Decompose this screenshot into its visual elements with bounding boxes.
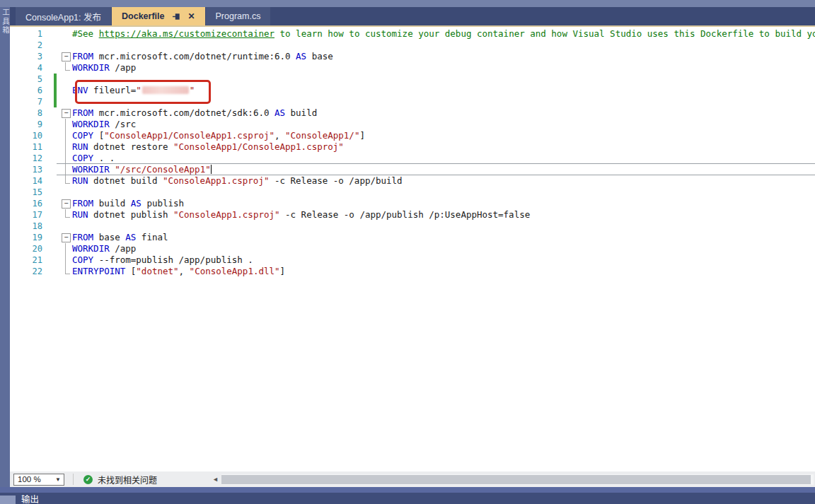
fold-collapse-icon[interactable]: − <box>62 52 71 61</box>
tab-programcs[interactable]: Program.cs <box>206 7 271 25</box>
code-line[interactable]: 16−FROM build AS publish <box>10 198 815 209</box>
line-number: 19 <box>10 232 52 243</box>
fold-margin <box>61 40 72 51</box>
fold-guide-end <box>65 266 70 274</box>
zoom-level-select[interactable]: 100 % ▼ <box>13 474 64 486</box>
code-line[interactable]: 6ENV fileurl="" <box>10 85 815 96</box>
fold-margin <box>61 164 72 175</box>
change-margin <box>54 198 57 209</box>
pin-icon[interactable] <box>173 13 180 20</box>
change-margin <box>54 107 57 119</box>
fold-guide-end <box>65 209 70 218</box>
change-margin <box>54 187 57 198</box>
change-margin <box>54 175 57 187</box>
code-line[interactable]: 9WORKDIR /src <box>10 119 815 130</box>
change-indicator <box>54 74 57 85</box>
line-number: 15 <box>10 187 52 198</box>
change-margin <box>54 119 57 130</box>
code-line[interactable]: 10COPY ["ConsoleApp1/ConsoleApp1.csproj"… <box>10 130 815 141</box>
code-text: COPY --from=publish /app/publish . <box>72 254 815 266</box>
change-indicator <box>54 96 57 107</box>
code-line[interactable]: 3−FROM mcr.microsoft.com/dotnet/runtime:… <box>10 51 815 62</box>
fold-collapse-icon[interactable]: − <box>62 233 71 242</box>
change-margin <box>54 62 57 74</box>
fold-margin <box>61 266 72 277</box>
line-number: 22 <box>10 266 52 277</box>
fold-guide-line <box>65 164 66 175</box>
fold-collapse-icon[interactable]: − <box>62 199 71 209</box>
scrollbar-left-arrow-icon[interactable]: ◄ <box>212 476 219 483</box>
code-text: COPY ["ConsoleApp1/ConsoleApp1.csproj", … <box>72 130 815 141</box>
fold-collapse-icon[interactable]: − <box>62 109 71 118</box>
code-text: COPY . . <box>72 153 815 164</box>
change-indicator <box>54 85 57 96</box>
change-margin <box>54 28 57 40</box>
code-line[interactable]: 5 <box>10 74 815 85</box>
editor-status-bar: 100 % ▼ ✓ 未找到相关问题 ◄ <box>10 471 815 487</box>
line-number: 8 <box>10 107 52 119</box>
close-icon[interactable]: ✕ <box>187 11 195 21</box>
tab-label: ConsoleApp1: 发布 <box>25 10 101 23</box>
code-line[interactable]: 19−FROM base AS final <box>10 232 815 243</box>
line-number: 12 <box>10 153 52 164</box>
output-panel-header[interactable]: 输出 <box>0 493 815 504</box>
fold-margin: − <box>61 51 72 62</box>
change-margin <box>54 130 57 141</box>
code-line[interactable]: 4WORKDIR /app <box>10 62 815 74</box>
fold-guide-end <box>65 62 70 71</box>
window-gap-strip <box>0 487 815 493</box>
line-number: 6 <box>10 85 52 96</box>
code-line[interactable]: 13WORKDIR "/src/ConsoleApp1" <box>10 164 815 175</box>
scrollbar-thumb[interactable] <box>221 475 811 484</box>
zoom-level-value: 100 % <box>14 475 55 484</box>
document-tab-bar: ConsoleApp1: 发布 Dockerfile ✕ Program.cs <box>10 7 815 25</box>
code-text: FROM build AS publish <box>72 198 815 209</box>
code-text <box>72 187 815 198</box>
code-text: ENTRYPOINT ["dotnet", "ConsoleApp1.dll"] <box>72 266 815 277</box>
fold-margin <box>61 209 72 221</box>
horizontal-scrollbar[interactable] <box>221 474 814 485</box>
fold-margin <box>61 85 72 96</box>
line-number: 13 <box>10 164 52 175</box>
line-number: 20 <box>10 243 52 254</box>
code-text <box>72 40 815 51</box>
code-line[interactable]: 17RUN dotnet publish "ConsoleApp1.csproj… <box>10 209 815 221</box>
code-line[interactable]: 2 <box>10 40 815 51</box>
tab-consoleapp-publish[interactable]: ConsoleApp1: 发布 <box>16 7 111 25</box>
code-line[interactable]: 21COPY --from=publish /app/publish . <box>10 254 815 266</box>
change-margin <box>54 51 57 62</box>
code-line[interactable]: 1#See https://aka.ms/customizecontainer … <box>10 28 815 40</box>
tab-label: Dockerfile <box>122 11 164 21</box>
line-number: 5 <box>10 74 52 85</box>
code-line[interactable]: 15 <box>10 187 815 198</box>
chevron-down-icon: ▼ <box>55 476 64 483</box>
line-number: 11 <box>10 141 52 153</box>
fold-guide-line <box>65 119 66 130</box>
code-line[interactable]: 12COPY . . <box>10 153 815 164</box>
code-text: WORKDIR /app <box>72 62 815 74</box>
fold-margin <box>61 62 72 74</box>
code-text: WORKDIR /src <box>72 119 815 130</box>
code-line[interactable]: 7 <box>10 96 815 107</box>
line-number: 17 <box>10 209 52 221</box>
tab-dockerfile[interactable]: Dockerfile ✕ <box>112 7 205 25</box>
code-line[interactable]: 18 <box>10 221 815 232</box>
code-line[interactable]: 22ENTRYPOINT ["dotnet", "ConsoleApp1.dll… <box>10 266 815 277</box>
fold-margin <box>61 96 72 107</box>
code-line[interactable]: 11RUN dotnet restore "ConsoleApp1/Consol… <box>10 141 815 153</box>
line-number: 3 <box>10 51 52 62</box>
code-editor[interactable]: 1#See https://aka.ms/customizecontainer … <box>10 27 815 471</box>
visual-studio-window: 工具箱 ConsoleApp1: 发布 Dockerfile ✕ Program… <box>0 0 815 504</box>
code-line[interactable]: 14RUN dotnet build "ConsoleApp1.csproj" … <box>10 175 815 187</box>
code-line[interactable]: 20WORKDIR /app <box>10 243 815 254</box>
fold-margin: − <box>61 198 72 209</box>
fold-margin <box>61 175 72 187</box>
fold-margin <box>61 28 72 40</box>
fold-guide-end <box>65 175 70 184</box>
code-text: WORKDIR /app <box>72 243 815 254</box>
fold-margin <box>61 243 72 254</box>
fold-margin <box>61 153 72 164</box>
line-number: 2 <box>10 40 52 51</box>
change-margin <box>54 221 57 232</box>
code-line[interactable]: 8−FROM mcr.microsoft.com/dotnet/sdk:6.0 … <box>10 107 815 119</box>
